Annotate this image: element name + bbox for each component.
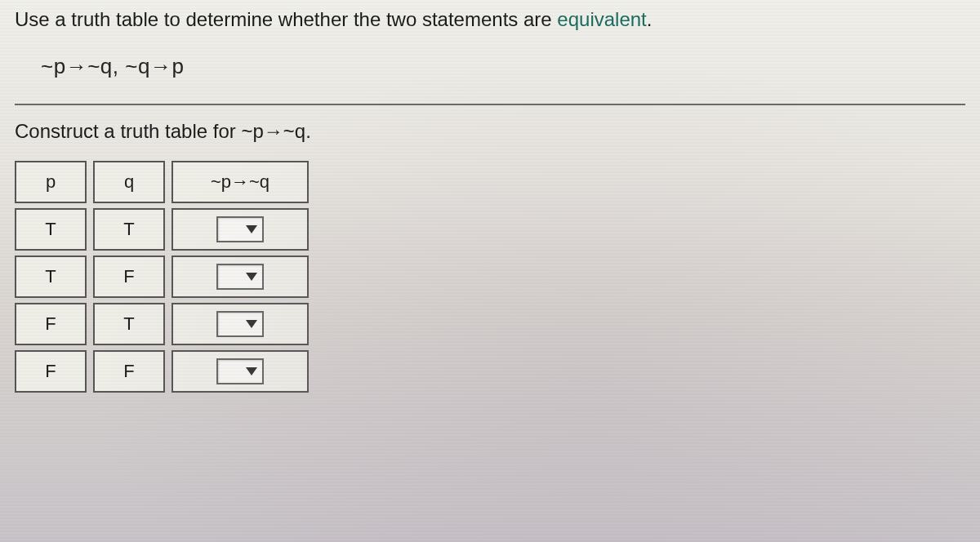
chevron-down-icon: [246, 367, 257, 375]
cell-result: [172, 208, 309, 251]
cell-result: [172, 303, 309, 345]
result-dropdown[interactable]: [216, 216, 264, 242]
table-row: F F: [15, 350, 965, 393]
cell-result: [172, 350, 309, 393]
chevron-down-icon: [246, 320, 257, 328]
table-header-row: p q ~p→~q: [15, 161, 965, 203]
header-q: q: [93, 161, 165, 203]
statements-formula: ~p→~q, ~q→p: [41, 54, 965, 79]
cell-result: [172, 255, 309, 298]
cell-q: F: [93, 255, 165, 298]
result-dropdown[interactable]: [216, 264, 264, 290]
equivalent-link[interactable]: equivalent: [557, 8, 646, 30]
result-dropdown[interactable]: [216, 311, 264, 337]
cell-q: F: [93, 350, 165, 393]
table-row: F T: [15, 303, 965, 345]
question-prefix: Use a truth table to determine whether t…: [15, 8, 557, 30]
cell-p: F: [15, 303, 87, 345]
table-row: T F: [15, 255, 965, 298]
result-dropdown[interactable]: [216, 358, 264, 384]
cell-q: T: [93, 303, 165, 345]
chevron-down-icon: [246, 273, 257, 281]
header-p: p: [15, 161, 87, 203]
truth-table: p q ~p→~q T T T F F T: [15, 161, 965, 393]
table-row: T T: [15, 208, 965, 251]
cell-q: T: [93, 208, 165, 251]
question-text: Use a truth table to determine whether t…: [15, 8, 965, 31]
instruction-text: Construct a truth table for ~p→~q.: [15, 120, 965, 143]
cell-p: T: [15, 255, 87, 298]
header-result: ~p→~q: [172, 161, 309, 203]
question-suffix: .: [647, 8, 653, 30]
cell-p: T: [15, 208, 87, 251]
chevron-down-icon: [246, 225, 257, 233]
section-divider: [15, 104, 965, 105]
cell-p: F: [15, 350, 87, 393]
